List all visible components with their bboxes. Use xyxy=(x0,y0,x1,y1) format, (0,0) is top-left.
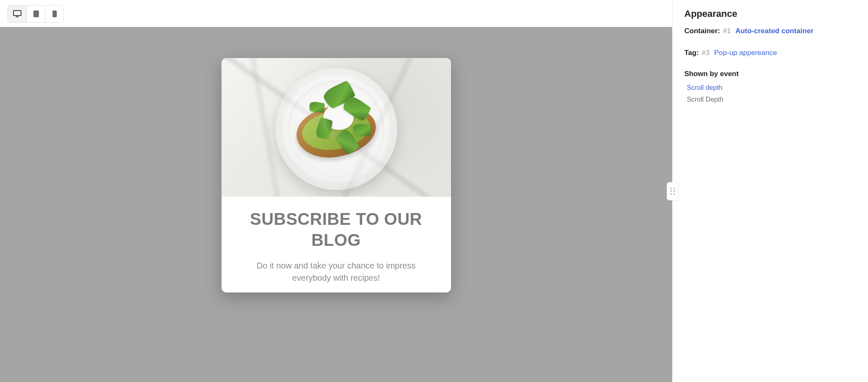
event-scroll-depth-link[interactable]: Scroll depth xyxy=(687,84,856,92)
svg-rect-1 xyxy=(16,16,19,17)
tag-label: Tag: xyxy=(684,49,699,57)
panel-title: Appearance xyxy=(684,8,856,19)
event-scroll-depth-label: Scroll Depth xyxy=(687,96,856,103)
svg-rect-3 xyxy=(53,11,57,17)
device-desktop-button[interactable] xyxy=(8,5,26,22)
device-switch xyxy=(8,5,64,23)
drag-handle-icon xyxy=(670,187,675,195)
popup-preview[interactable]: SUBSCRIBE TO OUR BLOG Do it now and take… xyxy=(222,58,451,292)
container-label: Container: xyxy=(684,27,720,35)
sidebar-resize-handle[interactable] xyxy=(667,182,678,200)
container-link[interactable]: Auto-created container xyxy=(735,27,813,35)
events-heading: Shown by event xyxy=(684,70,856,78)
sidebar-panel: Appearance Container: #1 Auto-created co… xyxy=(672,0,868,382)
svg-rect-0 xyxy=(13,11,21,16)
device-tablet-button[interactable] xyxy=(26,5,45,22)
tablet-icon xyxy=(33,10,40,18)
popup-subtitle: Do it now and take your chance to impres… xyxy=(237,260,436,284)
container-number: #1 xyxy=(723,27,731,35)
svg-rect-2 xyxy=(33,11,39,17)
mobile-icon xyxy=(52,10,57,18)
preview-canvas[interactable]: SUBSCRIBE TO OUR BLOG Do it now and take… xyxy=(0,27,672,382)
device-mobile-button[interactable] xyxy=(45,5,63,22)
device-toolbar xyxy=(0,0,672,27)
desktop-icon xyxy=(13,10,21,18)
container-field: Container: #1 Auto-created container xyxy=(684,27,856,35)
popup-title: SUBSCRIBE TO OUR BLOG xyxy=(237,208,436,250)
tag-link[interactable]: Pop-up appereance xyxy=(714,49,777,57)
tag-number: #3 xyxy=(702,49,710,57)
tag-field: Tag: #3 Pop-up appereance xyxy=(684,49,856,57)
popup-hero-image xyxy=(222,58,451,197)
